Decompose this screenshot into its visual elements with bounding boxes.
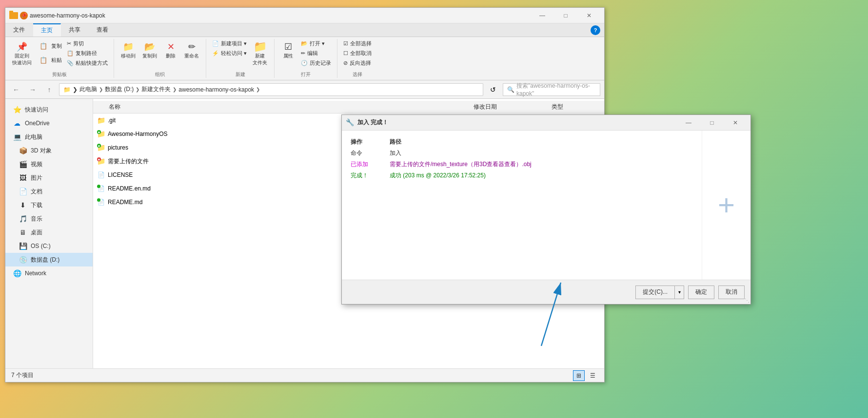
tab-home[interactable]: 主页	[33, 23, 61, 37]
sidebar-item-downloads[interactable]: ⬇ 下载	[5, 198, 93, 212]
paste-shortcut-icon: 📎	[67, 60, 74, 66]
refresh-button[interactable]: ↺	[486, 83, 500, 96]
col-type-header[interactable]: 类型	[552, 103, 600, 111]
copy-path-btn[interactable]: 📋 复制路径	[65, 49, 110, 58]
details-view-btn[interactable]: ☰	[587, 370, 598, 381]
delete-btn[interactable]: ✕ 删除	[161, 39, 180, 61]
paste-btn[interactable]: 📋 粘贴	[36, 53, 64, 67]
new-folder-btn[interactable]: 📁 新建 文件夹	[250, 39, 270, 68]
submit-dropdown-btn[interactable]: ▾	[674, 285, 684, 299]
forward-button[interactable]: →	[26, 83, 39, 96]
properties-btn[interactable]: ☑ 属性	[278, 39, 298, 61]
select-label: 选择	[353, 70, 362, 78]
sidebar-item-data-d[interactable]: 💿 数据盘 (D:)	[5, 253, 93, 266]
sidebar-item-documents[interactable]: 📄 文档	[5, 185, 93, 198]
submit-btn-group: 提交(C)... ▾	[635, 285, 684, 299]
file-icon-readme: 📄	[97, 198, 105, 206]
new-item-group: 📄 新建项目 ▾ ⚡ 轻松访问 ▾	[210, 39, 249, 58]
log-op-cmd: 命令	[348, 148, 387, 159]
log-path-added: 需要上传的文件/mesh_texture（用3D查看器查看）.obj	[387, 159, 696, 170]
history-btn[interactable]: 🕐 历史记录	[299, 58, 333, 68]
log-header-row: 操作 路径	[348, 136, 696, 148]
sidebar-item-music[interactable]: 🎵 音乐	[5, 212, 93, 226]
sidebar-item-onedrive[interactable]: ☁ OneDrive	[5, 116, 93, 130]
new-item-btn[interactable]: 📄 新建项目 ▾	[210, 39, 249, 48]
sidebar-item-network[interactable]: 🌐 Network	[5, 266, 93, 280]
copy-to-btn[interactable]: 📂 复制到	[139, 39, 160, 61]
quick-access-icon: ⭐	[13, 106, 21, 114]
log-row-cmd: 命令 加入	[348, 148, 696, 159]
new-item-icon: 📄	[212, 40, 219, 47]
select-all-btn[interactable]: ☑ 全部选择	[341, 39, 374, 48]
submit-button[interactable]: 提交(C)...	[635, 285, 674, 299]
pin-quick-access-btn[interactable]: 📌 固定到 快速访问	[9, 39, 35, 68]
address-path[interactable]: 📁 ❯ 此电脑 ❯ 数据盘 (D:) ❯ 新建文件夹 ❯ awesome-har…	[59, 83, 483, 96]
rename-btn[interactable]: ✏ 重命名	[181, 39, 202, 61]
deselect-all-btn[interactable]: ☐ 全部取消	[341, 49, 374, 58]
clipboard-label: 剪贴板	[52, 70, 67, 78]
up-button[interactable]: ↑	[42, 83, 56, 96]
breadcrumb-folder-icon: 📁	[63, 86, 71, 93]
copy-btn[interactable]: 📋 复制	[36, 39, 64, 53]
move-to-btn[interactable]: 📁 移动到	[118, 39, 138, 61]
sidebar-item-videos[interactable]: 🎬 视频	[5, 157, 93, 171]
back-button[interactable]: ←	[9, 83, 23, 96]
sidebar-item-this-pc[interactable]: 💻 此电脑	[5, 130, 93, 144]
move-icon: 📁	[122, 41, 134, 53]
history-icon: 🕐	[301, 60, 308, 66]
tab-view[interactable]: 查看	[89, 23, 117, 37]
tab-share[interactable]: 共享	[61, 23, 89, 37]
list-view-btn[interactable]: ⊞	[573, 370, 585, 381]
sidebar-item-pictures[interactable]: 🖼 图片	[5, 171, 93, 185]
log-path-cmd: 加入	[387, 148, 696, 159]
dialog-minimize-btn[interactable]: —	[677, 116, 700, 130]
new-buttons: 📄 新建项目 ▾ ⚡ 轻松访问 ▾ 📁 新建 文件夹	[210, 39, 270, 70]
minimize-button[interactable]: —	[531, 9, 553, 22]
maximize-button[interactable]: □	[554, 9, 577, 22]
sidebar-item-desktop[interactable]: 🖥 桌面	[5, 226, 93, 239]
clipboard-group: 📌 固定到 快速访问 📋 复制 📋 粘贴	[5, 39, 114, 78]
file-list-header: 名称 修改日期 类型	[93, 101, 604, 114]
ribbon-help-button[interactable]: ?	[591, 25, 600, 35]
sidebar-item-3d-objects[interactable]: 📦 3D 对象	[5, 144, 93, 157]
sidebar-item-quick-access[interactable]: ⭐ 快速访问	[5, 103, 93, 116]
dialog-log: 操作 路径 命令 加入 已添加 需要上传的文件/mesh_texture（用3D…	[342, 131, 702, 280]
search-box[interactable]: 🔍 搜索"awesome-harmony-os-kapok"	[503, 83, 600, 96]
sidebar-item-os-c[interactable]: 💾 OS (C:)	[5, 239, 93, 253]
log-path-success: 成功 (203 ms @ 2022/3/26 17:52:25)	[387, 170, 696, 181]
easy-access-btn[interactable]: ⚡ 轻松访问 ▾	[210, 49, 249, 58]
invert-selection-btn[interactable]: ⊘ 反向选择	[341, 58, 374, 68]
breadcrumb: 📁 ❯ 此电脑 ❯ 数据盘 (D:) ❯ 新建文件夹 ❯ awesome-har…	[63, 85, 260, 94]
paste-shortcut-btn[interactable]: 📎 粘贴快捷方式	[65, 58, 110, 68]
copy-path-icon: 📋	[67, 50, 74, 57]
log-row-added: 已添加 需要上传的文件/mesh_texture（用3D查看器查看）.obj	[348, 159, 696, 170]
cancel-button[interactable]: 取消	[718, 285, 745, 299]
rename-icon: ✏	[186, 41, 197, 53]
clipboard-buttons: 📌 固定到 快速访问 📋 复制 📋 粘贴	[9, 39, 110, 70]
dialog-title: 加入 完成！	[357, 118, 677, 127]
dialog-maximize-btn[interactable]: □	[701, 116, 723, 130]
explorer-title-bar: 📌 awesome-harmony-os-kapok — □ ✕	[5, 8, 604, 23]
easy-access-icon: ⚡	[212, 50, 219, 57]
resize-handle[interactable]: ⋱	[745, 298, 750, 303]
open-btn[interactable]: 📂 打开 ▾	[299, 39, 333, 48]
git-dialog: 🔧 加入 完成！ — □ ✕ 操作 路径 命令 加入 已添加 需要上传的文件/m	[341, 114, 751, 304]
col-name-header[interactable]: 名称	[97, 103, 473, 111]
log-header-op: 操作	[348, 136, 387, 148]
scissors-icon: ✂	[67, 40, 71, 47]
plus-icon: +	[718, 190, 735, 220]
dialog-close-btn[interactable]: ✕	[724, 116, 747, 130]
new-label: 新建	[236, 70, 245, 78]
view-controls: ⊞ ☰	[573, 370, 598, 381]
close-button[interactable]: ✕	[578, 9, 600, 22]
ok-button[interactable]: 确定	[688, 285, 714, 299]
col-date-header[interactable]: 修改日期	[473, 103, 552, 111]
explorer-title: awesome-harmony-os-kapok	[30, 12, 105, 19]
tab-file[interactable]: 文件	[5, 23, 33, 37]
pin-btn-icon: 📌	[16, 41, 28, 53]
cut-btn[interactable]: ✂ 剪切	[65, 39, 110, 48]
organize-label: 组织	[155, 70, 165, 78]
file-icon-readme-en: 📄	[97, 185, 105, 192]
folder-icon	[9, 12, 18, 19]
edit-btn[interactable]: ✏ 编辑	[299, 49, 333, 58]
